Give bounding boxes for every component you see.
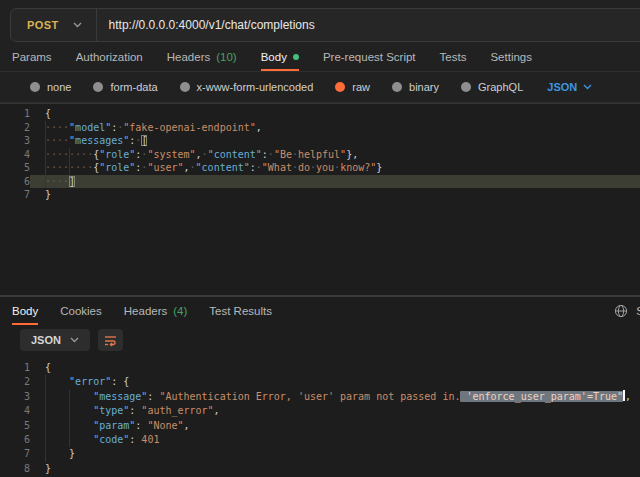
indent-guide	[45, 433, 46, 447]
code-line: 7 }	[0, 447, 640, 461]
response-tab-headers[interactable]: Headers(4)	[124, 297, 188, 325]
request-tabs: ParamsAuthorizationHeaders(10)BodyPre-re…	[0, 42, 640, 72]
line-number: 6	[0, 433, 30, 447]
code-token: "param"	[93, 420, 135, 431]
body-mode-x-www-form-urlencoded[interactable]: x-www-form-urlencoded	[180, 81, 314, 93]
indent-guide	[45, 419, 46, 433]
response-tab-label: Headers	[124, 305, 167, 317]
code-token: }	[45, 463, 51, 474]
line-number: 3	[0, 134, 30, 148]
body-mode-raw[interactable]: raw	[335, 81, 370, 93]
globe-icon	[614, 304, 628, 318]
indent-guide	[45, 148, 46, 162]
tab-label: Pre-request Script	[323, 51, 416, 63]
indent-guide	[69, 433, 70, 447]
code-token: "messages"	[69, 135, 129, 146]
tab-label: Headers	[167, 51, 210, 63]
body-mode-graphql[interactable]: GraphQL	[461, 81, 523, 93]
code-token: "content"	[208, 149, 262, 160]
code-token: "What	[262, 162, 292, 173]
line-content: }	[30, 462, 640, 476]
code-token: "code"	[93, 434, 129, 445]
tab-params[interactable]: Params	[12, 42, 52, 71]
radio-icon	[30, 82, 40, 92]
code-token: "user"	[147, 162, 183, 173]
code-token: "message"	[93, 391, 147, 402]
response-tab-test-results[interactable]: Test Results	[209, 297, 272, 325]
code-token: ,	[214, 405, 220, 416]
body-mode-label: x-www-form-urlencoded	[197, 81, 314, 93]
radio-icon	[93, 82, 103, 92]
code-token: "None"	[147, 420, 183, 431]
body-mode-label: GraphQL	[478, 81, 523, 93]
response-pane: BodyCookiesHeaders(4)Test Results S JSON	[0, 295, 640, 477]
code-token: ]	[69, 176, 75, 187]
body-mode-label: none	[47, 81, 71, 93]
code-token: "model"	[69, 122, 111, 133]
radio-icon	[461, 82, 471, 92]
code-token: },	[346, 149, 358, 160]
response-body-viewer[interactable]: 1{2 "error": {3 "message": "Authenticati…	[0, 355, 640, 477]
chevron-down-icon	[70, 337, 79, 343]
code-token: 401	[141, 434, 159, 445]
code-token: }	[45, 189, 51, 200]
indent-guide	[45, 447, 46, 461]
wrap-text-icon	[103, 333, 118, 348]
radio-icon	[180, 82, 190, 92]
code-token: you	[316, 162, 334, 173]
body-mode-label: raw	[352, 81, 370, 93]
tab-body[interactable]: Body	[261, 42, 299, 71]
code-token	[45, 376, 69, 387]
line-content: ····"model":·"fake-openai-endpoint",	[30, 121, 640, 135]
line-content: ····]	[30, 175, 640, 189]
method-selector[interactable]: POST	[11, 9, 96, 41]
line-number: 2	[0, 375, 30, 389]
code-token: "Be	[274, 149, 292, 160]
line-number: 1	[0, 107, 30, 121]
response-toolbar: JSON	[0, 325, 640, 355]
url-row: POST	[0, 0, 640, 42]
code-token: "type"	[93, 405, 129, 416]
indent-guide	[45, 134, 46, 148]
tab-settings[interactable]: Settings	[490, 42, 532, 71]
indent-guide	[69, 148, 70, 162]
line-content: ········{"role":·"system",·"content":·"B…	[30, 148, 640, 162]
code-line: 5········{"role":·"user",·"content":·"Wh…	[0, 161, 640, 175]
body-mode-none[interactable]: none	[30, 81, 71, 93]
tab-tests[interactable]: Tests	[440, 42, 467, 71]
body-mode-form-data[interactable]: form-data	[93, 81, 157, 93]
line-number: 5	[0, 419, 30, 433]
response-tab-label: Test Results	[209, 305, 272, 317]
wrap-text-button[interactable]	[98, 329, 123, 351]
tab-count-badge: (10)	[216, 51, 236, 63]
indent-guide	[45, 404, 46, 418]
language-selector[interactable]: JSON	[547, 81, 592, 93]
response-tab-body[interactable]: Body	[12, 297, 38, 325]
unsaved-dot-icon	[293, 54, 299, 60]
status-text-clipped: S	[636, 305, 640, 317]
tab-headers[interactable]: Headers(10)	[167, 42, 237, 71]
code-token: ····	[45, 122, 69, 133]
body-mode-list: noneform-datax-www-form-urlencodedrawbin…	[0, 72, 640, 103]
request-body-editor[interactable]: 1{2····"model":·"fake-openai-endpoint",3…	[0, 103, 640, 295]
tab-authorization[interactable]: Authorization	[76, 42, 143, 71]
response-tab-cookies[interactable]: Cookies	[60, 297, 102, 325]
code-token: {	[123, 376, 129, 387]
line-number: 7	[0, 447, 30, 461]
tab-label: Params	[12, 51, 52, 63]
line-content: "message": "Authentication Error, 'user'…	[30, 390, 640, 404]
code-token: }	[376, 162, 382, 173]
indent-guide	[69, 419, 70, 433]
radio-icon	[392, 82, 402, 92]
url-input[interactable]	[97, 18, 577, 32]
line-content: ········{"role":·"user",·"content":·"Wha…	[30, 161, 640, 175]
response-format-selector[interactable]: JSON	[20, 329, 90, 351]
response-meta: S	[614, 297, 640, 325]
body-mode-binary[interactable]: binary	[392, 81, 439, 93]
code-token: "role"	[99, 162, 135, 173]
code-token	[45, 448, 69, 459]
code-token: do	[298, 162, 310, 173]
line-number: 1	[0, 361, 30, 375]
language-label: JSON	[547, 81, 577, 93]
tab-pre-request-script[interactable]: Pre-request Script	[323, 42, 416, 71]
